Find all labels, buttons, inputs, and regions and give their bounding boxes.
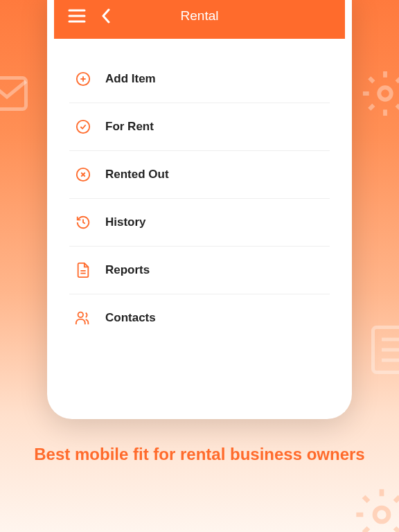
- file-icon: [75, 262, 91, 278]
- phone-frame: Rental Add Item For Rent Rented Out Hi: [47, 0, 352, 419]
- page-title: Rental: [181, 8, 219, 24]
- menu-item-rented-out[interactable]: Rented Out: [69, 151, 330, 199]
- x-circle-icon: [75, 166, 91, 183]
- plus-circle-icon: [75, 71, 91, 87]
- menu-button[interactable]: [68, 9, 86, 23]
- gear-bg-icon-2: [354, 487, 399, 532]
- menu-item-for-rent[interactable]: For Rent: [69, 103, 330, 151]
- check-circle-icon: [75, 118, 91, 135]
- app-header: Rental: [54, 0, 345, 39]
- svg-point-6: [375, 508, 389, 522]
- svg-point-13: [77, 121, 89, 133]
- history-icon: [75, 214, 91, 231]
- tagline-text: Best mobile fit for rental business owne…: [28, 443, 371, 466]
- users-icon: [75, 310, 91, 326]
- menu-item-contacts[interactable]: Contacts: [69, 294, 330, 342]
- svg-point-19: [78, 312, 83, 317]
- menu-item-label: For Rent: [105, 120, 154, 134]
- chevron-left-icon: [101, 8, 111, 24]
- tagline: Best mobile fit for rental business owne…: [0, 443, 399, 466]
- menu-item-label: Contacts: [105, 311, 156, 325]
- menu-item-history[interactable]: History: [69, 199, 330, 247]
- menu-list: Add Item For Rent Rented Out History Rep: [54, 39, 345, 342]
- mail-bg-icon: [0, 76, 28, 111]
- svg-point-1: [379, 87, 391, 100]
- menu-item-label: Reports: [105, 263, 150, 277]
- menu-item-label: History: [105, 215, 146, 229]
- menu-item-label: Add Item: [105, 72, 156, 86]
- menu-item-add-item[interactable]: Add Item: [69, 55, 330, 103]
- back-button[interactable]: [101, 8, 111, 24]
- menu-item-label: Rented Out: [105, 168, 169, 181]
- menu-item-reports[interactable]: Reports: [69, 247, 330, 294]
- document-bg-icon: [371, 326, 399, 374]
- hamburger-icon: [68, 9, 86, 23]
- gear-bg-icon: [361, 69, 399, 118]
